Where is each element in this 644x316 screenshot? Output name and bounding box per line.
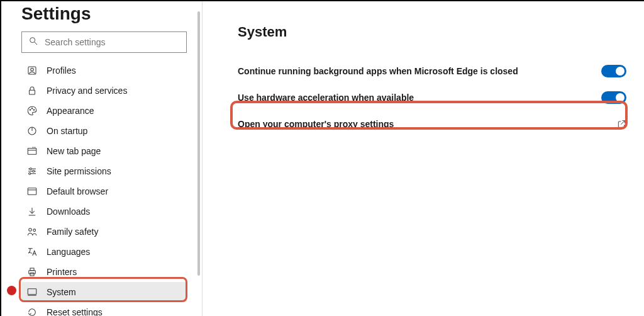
svg-point-25 <box>33 229 36 232</box>
settings-content: System Continue running background apps … <box>203 1 644 316</box>
sidebar-item-downloads[interactable]: Downloads <box>21 201 187 222</box>
sidebar-item-label: Family safety <box>47 227 98 237</box>
toggle-background-apps[interactable] <box>601 65 626 77</box>
external-link-icon <box>616 119 626 129</box>
svg-rect-27 <box>29 271 36 274</box>
sidebar-item-family[interactable]: Family safety <box>21 222 187 242</box>
svg-point-19 <box>29 172 31 174</box>
svg-rect-10 <box>28 149 36 155</box>
lock-icon <box>26 85 38 96</box>
sidebar-item-label: Languages <box>47 247 90 257</box>
family-icon <box>26 226 38 237</box>
search-input-wrap[interactable] <box>21 31 187 53</box>
sidebar-item-label: Profiles <box>47 65 76 76</box>
sidebar-item-newtab[interactable]: New tab page <box>21 141 187 161</box>
svg-point-18 <box>33 171 35 172</box>
page-title: Settings <box>21 1 187 31</box>
sidebar-item-label: Downloads <box>47 206 90 217</box>
svg-rect-20 <box>28 188 36 195</box>
sidebar-item-privacy[interactable]: Privacy and services <box>21 81 187 101</box>
settings-sidebar: Settings Profiles Privacy and services <box>1 1 203 316</box>
svg-point-24 <box>29 229 32 232</box>
setting-label: Continue running background apps when Mi… <box>238 66 518 76</box>
svg-line-32 <box>621 121 625 125</box>
browser-icon <box>26 186 38 197</box>
sliders-icon <box>26 166 38 177</box>
download-icon <box>26 206 38 217</box>
setting-label: Open your computer's proxy settings <box>238 119 394 129</box>
annotation-step-marker <box>7 286 16 295</box>
system-icon <box>26 286 38 298</box>
reset-icon <box>26 307 38 316</box>
search-icon <box>28 36 38 48</box>
sidebar-item-languages[interactable]: Languages <box>21 242 187 262</box>
sidebar-item-label: System <box>47 287 76 297</box>
sidebar-item-profiles[interactable]: Profiles <box>21 60 187 81</box>
sidebar-item-defaultbrowser[interactable]: Default browser <box>21 181 187 201</box>
sidebar-item-label: Printers <box>47 267 77 277</box>
settings-nav: Profiles Privacy and services Appearance… <box>21 60 187 316</box>
sidebar-scrollbar[interactable] <box>197 11 200 276</box>
setting-row-hardware-accel: Use hardware acceleration when available <box>238 84 626 111</box>
svg-rect-28 <box>30 268 34 271</box>
sidebar-item-onstartup[interactable]: On startup <box>21 121 187 141</box>
sidebar-item-label: Default browser <box>47 186 108 196</box>
sidebar-item-sitepermissions[interactable]: Site permissions <box>21 161 187 181</box>
sidebar-item-printers[interactable]: Printers <box>21 262 187 282</box>
svg-line-1 <box>35 42 37 45</box>
sidebar-item-system[interactable]: System <box>21 282 187 302</box>
sidebar-item-label: Privacy and services <box>47 86 127 96</box>
setting-label: Use hardware acceleration when available <box>238 93 414 103</box>
svg-point-7 <box>33 110 35 111</box>
setting-row-background-apps: Continue running background apps when Mi… <box>238 58 626 84</box>
palette-icon <box>26 105 38 116</box>
power-icon <box>26 125 38 137</box>
svg-rect-30 <box>28 289 36 295</box>
sidebar-item-label: Reset settings <box>47 307 103 316</box>
sidebar-item-label: New tab page <box>47 146 101 156</box>
language-icon <box>26 246 38 257</box>
sidebar-item-label: On startup <box>47 126 87 136</box>
content-heading: System <box>238 24 626 40</box>
search-input[interactable] <box>45 37 180 47</box>
svg-point-3 <box>31 68 34 71</box>
newtab-icon <box>26 145 38 157</box>
svg-rect-29 <box>30 273 34 276</box>
svg-point-0 <box>30 38 35 43</box>
sidebar-item-label: Site permissions <box>47 166 111 176</box>
svg-rect-4 <box>30 90 35 94</box>
sidebar-item-reset[interactable]: Reset settings <box>21 302 187 316</box>
printer-icon <box>26 266 38 278</box>
sidebar-item-appearance[interactable]: Appearance <box>21 101 187 121</box>
sidebar-item-label: Appearance <box>47 106 94 116</box>
profile-icon <box>26 65 38 76</box>
svg-point-5 <box>30 110 31 111</box>
svg-point-6 <box>31 108 33 110</box>
svg-point-17 <box>30 168 31 170</box>
setting-row-proxy[interactable]: Open your computer's proxy settings <box>238 111 626 137</box>
toggle-hardware-accel[interactable] <box>601 91 626 104</box>
